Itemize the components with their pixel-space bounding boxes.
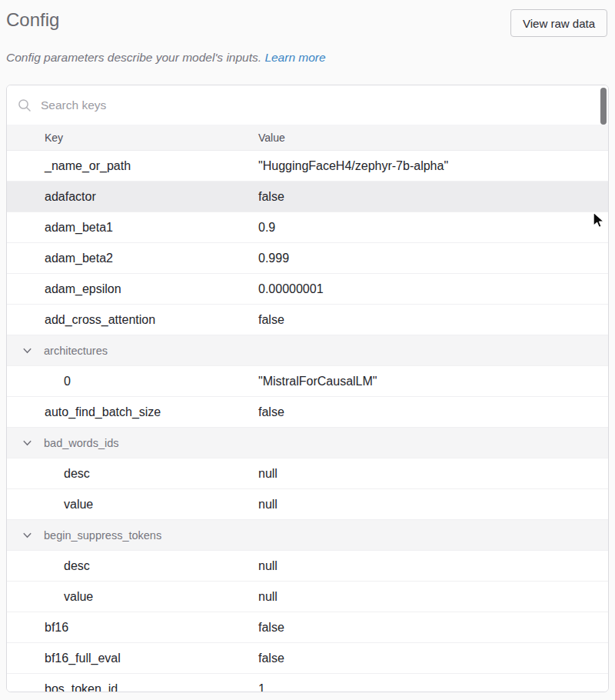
row-value: "HuggingFaceH4/zephyr-7b-alpha" — [258, 159, 448, 173]
learn-more-link[interactable]: Learn more — [264, 51, 325, 64]
config-row[interactable]: bf16false — [7, 612, 608, 643]
config-row[interactable]: valuenull — [7, 489, 608, 520]
row-value: 0.00000001 — [258, 282, 324, 296]
page-title: Config — [6, 9, 59, 32]
row-key: auto_find_batch_size — [45, 405, 161, 419]
row-key: desc — [64, 467, 90, 481]
config-row[interactable]: descnull — [7, 458, 608, 489]
row-key: add_cross_attention — [45, 313, 155, 327]
config-row[interactable]: adafactorfalse — [7, 182, 608, 212]
row-value: 1 — [258, 682, 265, 693]
search-icon — [18, 98, 32, 112]
row-value: null — [258, 590, 278, 604]
config-row[interactable]: adam_beta10.9 — [7, 212, 608, 243]
row-value: null — [258, 498, 278, 512]
table-header: Key Value — [7, 125, 608, 151]
page-header: Config View raw data — [6, 9, 607, 37]
config-description: Config parameters describe your model's … — [6, 51, 326, 65]
row-key: value — [64, 590, 93, 604]
chevron-down-icon[interactable] — [22, 529, 33, 541]
chevron-down-icon[interactable] — [22, 345, 33, 356]
row-value: false — [258, 621, 284, 635]
config-row[interactable]: bos_token_id1 — [7, 674, 608, 692]
row-value: 0.999 — [258, 252, 289, 265]
config-panel: Key Value _name_or_path"HuggingFaceH4/ze… — [6, 85, 609, 692]
row-key: bos_token_id — [45, 682, 118, 693]
row-value: "MistralForCausalLM" — [258, 375, 377, 388]
row-key: value — [64, 498, 93, 512]
config-row[interactable]: adam_beta20.999 — [7, 243, 608, 274]
row-key: begin_suppress_tokens — [44, 529, 161, 542]
row-key: adam_beta2 — [45, 252, 113, 265]
row-value: false — [258, 652, 284, 665]
config-group-row[interactable]: begin_suppress_tokens — [7, 520, 608, 551]
row-key: _name_or_path — [45, 159, 131, 173]
search-bar — [7, 85, 608, 125]
config-row[interactable]: 0"MistralForCausalLM" — [7, 366, 608, 397]
row-key: adam_beta1 — [45, 221, 113, 235]
config-row[interactable]: add_cross_attentionfalse — [7, 305, 608, 335]
row-key: bad_words_ids — [44, 437, 119, 449]
row-key: adam_epsilon — [45, 282, 121, 296]
search-input[interactable] — [39, 98, 608, 113]
config-row[interactable]: adam_epsilon0.00000001 — [7, 274, 608, 305]
config-row[interactable]: auto_find_batch_sizefalse — [7, 397, 608, 428]
row-value: null — [258, 559, 278, 573]
column-header-key: Key — [45, 132, 63, 144]
config-description-text: Config parameters describe your model's … — [6, 51, 264, 64]
chevron-down-icon[interactable] — [22, 437, 33, 448]
row-key: adafactor — [45, 190, 96, 204]
row-key: architectures — [44, 345, 108, 357]
config-group-row[interactable]: bad_words_ids — [7, 428, 608, 458]
row-key: bf16_full_eval — [45, 652, 121, 665]
row-value: false — [258, 190, 284, 204]
row-value: null — [258, 467, 278, 481]
view-raw-data-button[interactable]: View raw data — [510, 9, 607, 37]
row-value: false — [258, 313, 284, 327]
row-key: bf16 — [45, 621, 68, 635]
config-row[interactable]: bf16_full_evalfalse — [7, 643, 608, 674]
row-value: false — [258, 405, 284, 419]
column-header-value: Value — [258, 132, 285, 144]
row-key: desc — [64, 559, 90, 573]
config-group-row[interactable]: architectures — [7, 335, 608, 366]
config-row[interactable]: descnull — [7, 551, 608, 582]
config-table-body: _name_or_path"HuggingFaceH4/zephyr-7b-al… — [7, 151, 608, 692]
config-row[interactable]: _name_or_path"HuggingFaceH4/zephyr-7b-al… — [7, 151, 608, 182]
row-key: 0 — [64, 375, 71, 388]
row-value: 0.9 — [258, 221, 275, 235]
scrollbar-thumb[interactable] — [600, 88, 607, 125]
config-row[interactable]: valuenull — [7, 582, 608, 612]
